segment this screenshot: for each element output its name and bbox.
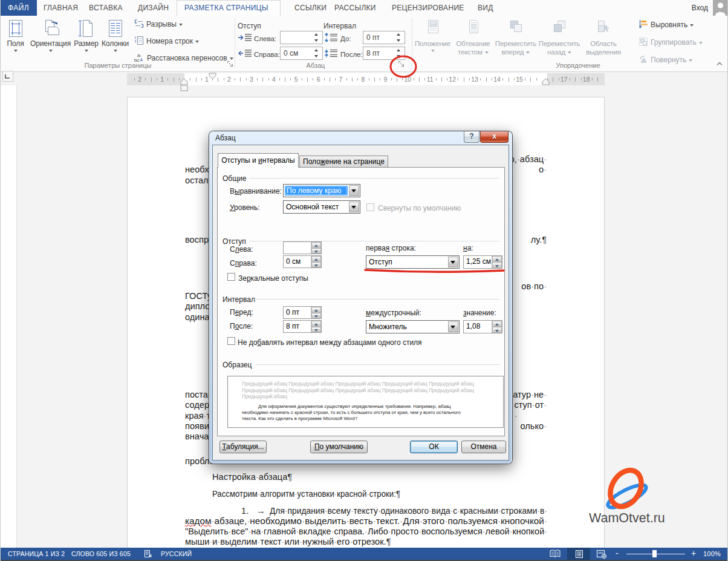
combo-arrow-icon (450, 261, 455, 264)
columns-button[interactable]: Колонки (100, 18, 130, 52)
zoom-slider-handle[interactable] (652, 550, 657, 557)
spinner[interactable] (313, 47, 320, 59)
at-spinner[interactable]: 1,08 (463, 320, 502, 333)
collapse-ribbon-button[interactable] (715, 61, 724, 70)
document-text-line: ов·по· (521, 281, 547, 291)
avatar[interactable] (713, 0, 728, 16)
set-default-button[interactable]: По умолчанию (310, 441, 368, 453)
margins-button[interactable]: Поля (2, 18, 28, 52)
tab-file[interactable]: ФАЙЛ (0, 0, 37, 16)
tabs-button[interactable]: Табуляция... (219, 441, 267, 453)
selection-pane-button[interactable]: Область выделения (582, 18, 625, 56)
spin-up-button[interactable] (311, 242, 321, 248)
print-layout-icon[interactable] (574, 550, 584, 559)
zoom-level[interactable]: 100% (703, 548, 721, 560)
right-indent-marker[interactable] (542, 78, 550, 85)
zoom-out-button[interactable]: - (616, 548, 619, 560)
tab-design[interactable]: ДИЗАЙН (138, 0, 169, 16)
spacing-after-spinner[interactable]: 8 пт (283, 320, 322, 333)
no-space-checkbox[interactable] (227, 337, 235, 345)
spin-down-button[interactable] (311, 262, 321, 268)
sign-in-link[interactable]: Вход (692, 0, 708, 16)
page-setup-dialog-launcher[interactable] (227, 61, 236, 70)
spin-down-button[interactable] (311, 313, 321, 319)
spin-down-button[interactable] (311, 327, 321, 333)
mirror-indents-checkbox[interactable] (227, 273, 235, 281)
line-spacing-combobox[interactable]: Множитель (366, 320, 460, 333)
orientation-button[interactable]: Ориентация (29, 18, 72, 52)
group-button[interactable]: Группировать (639, 37, 703, 48)
spacing-after-label: После: (340, 50, 363, 59)
indent-right-label: Справа: (230, 259, 257, 267)
spacing-before-spinner[interactable]: 0 пт (283, 306, 322, 319)
language-indicator[interactable]: РУССКИЙ (161, 548, 192, 560)
spin-down-button[interactable] (492, 262, 502, 268)
spin-up-button[interactable] (311, 307, 321, 313)
breaks-button[interactable]: Разрывы (134, 19, 183, 30)
level-combobox[interactable]: Основной текст (283, 200, 360, 214)
spinner[interactable] (395, 47, 403, 59)
dialog-tab-indents[interactable]: Отступы и интервалы (218, 153, 299, 168)
spin-down-button[interactable] (311, 248, 321, 254)
dialog-help-button[interactable]: ? (464, 131, 479, 143)
tab-mailings[interactable]: РАССЫЛКИ (334, 0, 376, 16)
ribbon-tab-row: ФАЙЛ ГЛАВНАЯ ВСТАВКА ДИЗАЙН РАЗМЕТКА СТР… (0, 0, 728, 16)
word-count[interactable]: СЛОВО 605 ИЗ 605 (71, 548, 131, 560)
paragraph-dialog-launcher[interactable] (398, 61, 407, 70)
group-label-page-setup: Параметры страницы (77, 62, 158, 69)
spin-down-button[interactable] (492, 327, 502, 333)
rotate-button[interactable]: Повернуть (639, 54, 692, 65)
spin-up-button[interactable] (311, 256, 321, 262)
page-indicator[interactable]: СТРАНИЦА 1 ИЗ 2 (8, 548, 65, 560)
left-indent-marker[interactable] (180, 78, 188, 85)
spin-up-button[interactable] (492, 256, 502, 262)
combo-arrow-button[interactable] (349, 185, 359, 196)
first-line-combobox[interactable]: Отступ (366, 255, 460, 269)
spin-up-button[interactable] (492, 321, 502, 327)
collapsed-checkbox[interactable] (366, 203, 374, 211)
read-mode-icon[interactable] (549, 550, 561, 559)
by-spinner[interactable]: 1,25 см (463, 255, 502, 269)
window-left-edge (0, 0, 1, 561)
spinner[interactable] (313, 31, 320, 44)
bring-forward-button[interactable]: Переместить вперед (495, 18, 537, 56)
spinner[interactable] (395, 31, 403, 44)
indent-right-spinner[interactable]: 0 см (283, 255, 322, 268)
size-button[interactable]: Размер (73, 18, 99, 52)
zoom-in-button[interactable]: + (691, 548, 696, 560)
cancel-button[interactable]: Отмена (461, 441, 506, 453)
horizontal-ruler[interactable]: 211234567891011121314151718 (127, 73, 605, 85)
spacing-after-field[interactable]: 8 пт (363, 47, 405, 60)
combo-arrow-button[interactable] (349, 202, 359, 212)
indent-left-field[interactable] (280, 31, 323, 44)
indent-right-field[interactable]: 0 см (280, 47, 323, 60)
vertical-ruler[interactable] (0, 85, 17, 548)
send-backward-button[interactable]: Переместить назад (538, 18, 580, 56)
spin-up-button[interactable] (311, 321, 321, 327)
left-margin-marker[interactable] (180, 85, 188, 92)
align-button[interactable]: Выровнять (639, 19, 694, 30)
alignment-combobox[interactable]: По левому краю (283, 184, 360, 197)
web-layout-icon[interactable] (596, 550, 607, 559)
spacing-before-field[interactable]: 0 пт (363, 31, 405, 44)
proofing-icon[interactable] (143, 550, 153, 558)
wrap-text-button[interactable]: Обтекание текстом (453, 18, 493, 56)
dialog-close-button[interactable]: x (480, 131, 509, 143)
line-numbers-button[interactable]: 12 Номера строк (134, 36, 199, 47)
tab-page-layout[interactable]: РАЗМЕТКА СТРАНИЦЫ (184, 0, 268, 16)
combo-arrow-button[interactable] (448, 321, 458, 332)
tab-home[interactable]: ГЛАВНАЯ (44, 0, 78, 16)
indent-left-spinner[interactable] (283, 241, 322, 254)
orientation-icon (41, 19, 61, 38)
tab-view[interactable]: ВИД (478, 0, 493, 16)
ok-button[interactable]: ОК (410, 441, 458, 453)
combo-arrow-button[interactable] (448, 257, 458, 267)
position-button[interactable]: Положение (413, 18, 452, 52)
first-line-indent-marker[interactable] (209, 73, 216, 80)
tab-references[interactable]: ССЫЛКИ (294, 0, 327, 16)
tab-selector[interactable] (2, 71, 13, 82)
dialog-tab-pagination[interactable]: Положение на странице (299, 156, 388, 168)
tab-insert[interactable]: ВСТАВКА (89, 0, 123, 16)
dropdown-arrow-icon (431, 50, 435, 52)
tab-review[interactable]: РЕЦЕНЗИРОВАНИЕ (392, 0, 464, 16)
